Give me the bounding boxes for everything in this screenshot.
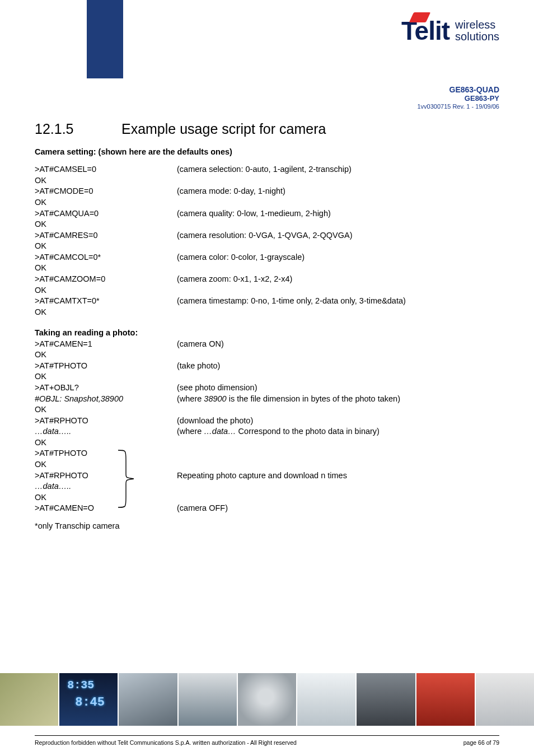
resp-val: data [43, 427, 59, 436]
desc-val: 38900 [204, 394, 226, 403]
footer: Reproduction forbidden without Telit Com… [35, 739, 499, 746]
setting-row: >AT#CAMCOL=0* (camera color: 0-color, 1-… [35, 252, 499, 263]
desc: (where 38900 is the file dimension in by… [177, 394, 499, 405]
camera-settings-heading: Camera setting: (shown here are the defa… [35, 147, 499, 158]
desc: (camera resolution: 0-VGA, 1-QVGA, 2-QQV… [177, 230, 499, 241]
footer-thumb [237, 673, 296, 726]
ok: OK [35, 241, 499, 252]
ok: OK [35, 219, 499, 230]
section-number: 12.1.5 [35, 120, 118, 139]
desc: (camera color: 0-color, 1-grayscale) [177, 252, 499, 263]
resp-val: data [43, 482, 59, 491]
taking-row: >AT#TPHOTO (take photo) [35, 361, 499, 372]
logo-sub-line1: wireless [455, 19, 499, 31]
cmd: >AT#CAMQUA=0 [35, 208, 177, 220]
footer-left: Reproduction forbidden without Telit Com… [35, 739, 297, 746]
desc-pre: (where [177, 427, 204, 436]
footer-thumb [296, 673, 355, 726]
logo-brand: Telit [401, 16, 449, 46]
setting-row: >AT#CAMQUA=0 (camera quality: 0-low, 1-m… [35, 208, 499, 220]
logo-subtitle: wireless solutions [455, 19, 499, 43]
resp-post: ….. [59, 427, 72, 436]
taking-row: …data….. (where …data… Correspond to the… [35, 426, 499, 437]
cmd-response: …data….. [35, 481, 499, 492]
ok: OK [35, 307, 499, 318]
footer-thumb [58, 673, 118, 726]
cmd: >AT#RPHOTO [35, 470, 177, 482]
taking-row: >AT#RPHOTO Repeating photo capture and d… [35, 470, 499, 482]
meta-product-1: GE863-QUAD [0, 85, 499, 94]
footer-thumb [415, 673, 475, 726]
doc-meta: GE863-QUAD GE863-PY 1vv0300715 Rev. 1 - … [0, 85, 534, 110]
ok: OK [35, 371, 499, 382]
desc: (camera quality: 0-low, 1-medieum, 2-hig… [177, 208, 499, 220]
cmd: >AT#TPHOTO [35, 448, 177, 459]
desc: (camera zoom: 0-x1, 1-x2, 2-x4) [177, 274, 499, 285]
ok: OK [35, 437, 499, 449]
footer-image-strip [0, 673, 534, 726]
footnote: *only Transchip camera [35, 521, 499, 532]
setting-row: >AT#CMODE=0 (camera mode: 0-day, 1-night… [35, 186, 499, 197]
taking-row: >AT#CAMEN=O (camera OFF) [35, 503, 499, 514]
footer-right: page 66 of 79 [463, 739, 499, 746]
logo-sub-line2: solutions [455, 31, 499, 43]
cmd: >AT#CMODE=0 [35, 186, 177, 197]
desc: (where …data… Correspond to the photo da… [177, 426, 499, 437]
ok: OK [35, 349, 499, 361]
resp-pre: … [35, 482, 43, 491]
desc: (camera selection: 0-auto, 1-agilent, 2-… [177, 164, 499, 175]
taking-photo-heading: Taking an reading a photo: [35, 328, 499, 339]
section-title-text: Example usage script for camera [121, 121, 326, 137]
setting-row: >AT#CAMSEL=0 (camera selection: 0-auto, … [35, 164, 499, 175]
desc-post: Correspond to the photo data in binary) [236, 427, 380, 436]
cmd: >AT#CAMTXT=0* [35, 296, 177, 307]
setting-row: >AT#CAMTXT=0* (camera timestamp: 0-no, 1… [35, 296, 499, 307]
section-heading: 12.1.5 Example usage script for camera [35, 120, 499, 139]
curly-brace-icon [116, 449, 136, 508]
resp-val: 38900 [101, 394, 123, 403]
desc-val: …data… [204, 427, 236, 436]
desc: Repeating photo capture and download n t… [177, 470, 499, 482]
desc: (download the photo) [177, 416, 499, 427]
cmd: >AT#CAMCOL=0* [35, 252, 177, 263]
cmd: >AT#CAMRES=0 [35, 230, 177, 241]
cmd: >AT#TPHOTO [35, 361, 177, 372]
desc: (see photo dimension) [177, 382, 499, 394]
meta-product-2: GE863-PY [0, 94, 499, 102]
setting-row: >AT#CAMZOOM=0 (camera zoom: 0-x1, 1-x2, … [35, 274, 499, 285]
desc: (camera timestamp: 0-no, 1-time only, 2-… [177, 296, 499, 307]
cmd: >AT#RPHOTO [35, 416, 177, 427]
desc: (take photo) [177, 361, 499, 372]
footer-thumb [118, 673, 177, 726]
desc-pre: (where [177, 394, 204, 403]
ok: OK [35, 459, 499, 470]
cmd: >AT#CAMEN=O [35, 503, 177, 514]
cmd: >AT+OBJL? [35, 382, 177, 394]
cmd-response: #OBJL: Snapshot,38900 [35, 394, 177, 405]
desc: (camera mode: 0-day, 1-night) [177, 186, 499, 197]
cmd: >AT#CAMEN=1 [35, 339, 177, 350]
footer-thumb [355, 673, 415, 726]
repeat-block: >AT#TPHOTO OK >AT#RPHOTO Repeating photo… [35, 448, 499, 514]
footer-thumb [475, 673, 534, 726]
ok: OK [35, 404, 499, 416]
taking-row: #OBJL: Snapshot,38900 (where 38900 is th… [35, 394, 499, 405]
cmd: >AT#CAMZOOM=0 [35, 274, 177, 285]
desc-post: is the file dimension in bytes of the ph… [227, 394, 400, 403]
taking-row: >AT+OBJL? (see photo dimension) [35, 382, 499, 394]
desc: (camera ON) [177, 339, 499, 350]
setting-row: >AT#CAMRES=0 (camera resolution: 0-VGA, … [35, 230, 499, 241]
ok: OK [35, 285, 499, 296]
footer-rule [35, 735, 499, 736]
footer-thumb [177, 673, 237, 726]
ok: OK [35, 263, 499, 274]
logo: Telit wireless solutions [401, 16, 499, 46]
desc: (camera OFF) [177, 503, 499, 514]
resp-post: ….. [59, 482, 72, 491]
ok: OK [35, 492, 499, 503]
cmd-response: …data….. [35, 426, 177, 437]
ok: OK [35, 197, 499, 208]
cmd: >AT#CAMSEL=0 [35, 164, 177, 175]
footer-thumb [0, 673, 58, 726]
ok: OK [35, 175, 499, 186]
